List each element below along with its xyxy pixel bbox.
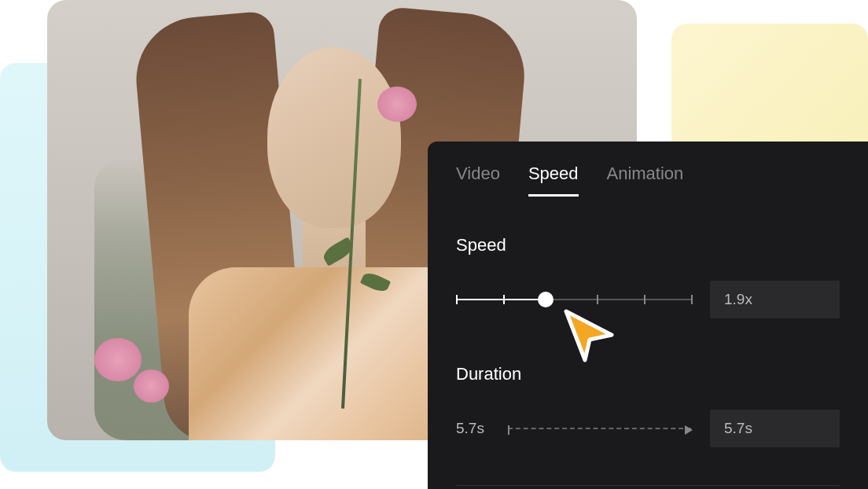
tab-speed[interactable]: Speed bbox=[528, 164, 579, 197]
tab-animation[interactable]: Animation bbox=[607, 164, 684, 197]
duration-value-input[interactable]: 5.7s bbox=[710, 410, 840, 447]
panel-tabs: Video Speed Animation bbox=[456, 164, 840, 197]
speed-slider-thumb[interactable] bbox=[538, 292, 554, 307]
speed-slider-row: 1.9x bbox=[456, 281, 840, 318]
cursor-pointer-icon bbox=[558, 305, 621, 368]
tab-video[interactable]: Video bbox=[456, 164, 500, 197]
speed-value-input[interactable]: 1.9x bbox=[710, 281, 840, 318]
speed-slider[interactable] bbox=[456, 299, 691, 300]
arrow-right-icon bbox=[685, 425, 693, 435]
speed-section-label: Speed bbox=[456, 235, 840, 256]
panel-divider bbox=[456, 485, 840, 486]
duration-progress-line bbox=[508, 428, 691, 429]
duration-section-label: Duration bbox=[456, 364, 840, 384]
duration-current-display: 5.7s bbox=[456, 420, 489, 437]
duration-row: 5.7s 5.7s bbox=[456, 410, 840, 447]
speed-settings-panel: Video Speed Animation Speed 1.9x Duratio… bbox=[428, 142, 868, 489]
